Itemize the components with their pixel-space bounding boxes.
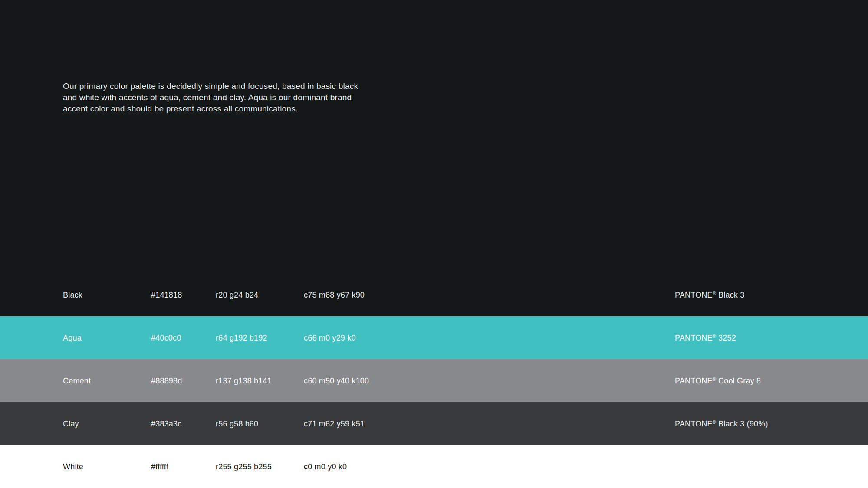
color-rgb: r255 g255 b255 xyxy=(216,462,272,471)
color-name: Aqua xyxy=(63,333,82,342)
intro-line: accent color and should be present acros… xyxy=(63,103,358,115)
color-hex: #40c0c0 xyxy=(151,333,181,342)
color-rgb: r137 g138 b141 xyxy=(216,376,272,385)
palette-row-cement: Cement #88898d r137 g138 b141 c60 m50 y4… xyxy=(0,359,868,402)
color-hex: #141818 xyxy=(151,290,182,299)
palette-row-clay: Clay #383a3c r56 g58 b60 c71 m62 y59 k51… xyxy=(0,402,868,445)
color-name: Black xyxy=(63,290,82,299)
color-name: White xyxy=(63,462,83,471)
color-pantone: PANTONE® 3252 xyxy=(675,333,736,342)
color-rgb: r56 g58 b60 xyxy=(216,419,258,428)
palette-row-black: Black #141818 r20 g24 b24 c75 m68 y67 k9… xyxy=(0,273,868,316)
color-cmyk: c66 m0 y29 k0 xyxy=(304,333,356,342)
color-name: Cement xyxy=(63,376,91,385)
palette-row-aqua: Aqua #40c0c0 r64 g192 b192 c66 m0 y29 k0… xyxy=(0,316,868,359)
intro-line: Our primary color palette is decidedly s… xyxy=(63,81,358,92)
color-pantone: PANTONE® Black 3 (90%) xyxy=(675,419,768,428)
intro-line: and white with accents of aqua, cement a… xyxy=(63,92,358,103)
color-name: Clay xyxy=(63,419,79,428)
palette-row-white: White #ffffff r255 g255 b255 c0 m0 y0 k0 xyxy=(0,445,868,488)
color-cmyk: c0 m0 y0 k0 xyxy=(304,462,347,471)
color-pantone: PANTONE® Cool Gray 8 xyxy=(675,376,761,385)
color-rgb: r64 g192 b192 xyxy=(216,333,267,342)
palette-table: Black #141818 r20 g24 b24 c75 m68 y67 k9… xyxy=(0,273,868,488)
color-pantone: PANTONE® Black 3 xyxy=(675,290,745,299)
color-hex: #ffffff xyxy=(151,462,168,471)
color-cmyk: c75 m68 y67 k90 xyxy=(304,290,365,299)
color-hex: #88898d xyxy=(151,376,182,385)
intro-paragraph: Our primary color palette is decidedly s… xyxy=(63,81,358,115)
color-cmyk: c60 m50 y40 k100 xyxy=(304,376,369,385)
color-cmyk: c71 m62 y59 k51 xyxy=(304,419,365,428)
color-hex: #383a3c xyxy=(151,419,181,428)
color-rgb: r20 g24 b24 xyxy=(216,290,258,299)
